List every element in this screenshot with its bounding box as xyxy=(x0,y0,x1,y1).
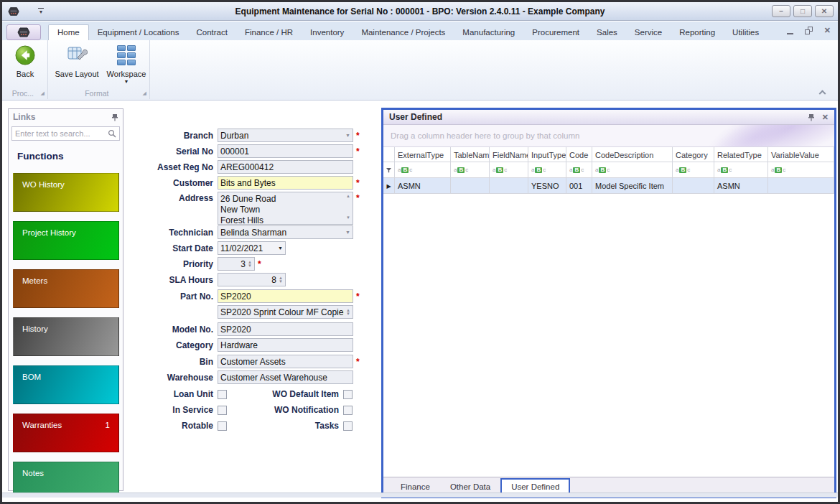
menu-tab-contract[interactable]: Contract xyxy=(187,25,235,40)
loan-unit-checkbox[interactable] xyxy=(218,390,227,399)
bom-button[interactable]: BOM xyxy=(13,365,119,404)
column-header[interactable]: Category xyxy=(673,147,714,162)
dialog-launcher-icon[interactable]: ◢ xyxy=(41,90,45,96)
spinner-arrows-icon[interactable]: ▲▼ xyxy=(276,276,283,284)
category-field[interactable]: Hardware xyxy=(218,338,353,352)
asset-reg-no-field[interactable]: AREG000412 xyxy=(218,160,353,174)
menu-tab-sales[interactable]: Sales xyxy=(588,25,626,40)
technician-select[interactable]: Belinda Sharman▼ xyxy=(218,225,353,239)
column-header[interactable]: VariableValue xyxy=(768,147,834,162)
scroll-up-icon[interactable]: ▲ xyxy=(346,194,350,198)
in-service-checkbox[interactable] xyxy=(218,406,227,415)
chevron-down-icon: ▼ xyxy=(104,79,149,84)
project-history-button[interactable]: Project History xyxy=(13,221,119,260)
application-button[interactable] xyxy=(6,24,41,40)
menu-tab-utilities[interactable]: Utilities xyxy=(724,25,767,40)
save-layout-button[interactable]: Save Layout xyxy=(51,43,103,78)
warehouse-field[interactable]: Customer Asset Warehouse xyxy=(218,370,353,384)
menu-tab-equipment-locations[interactable]: Equipment / Locations xyxy=(89,25,188,40)
collapse-ribbon-icon[interactable] xyxy=(820,89,826,95)
model-no-field[interactable]: SP2020 xyxy=(218,322,353,336)
wo-default-item-checkbox[interactable] xyxy=(343,390,353,399)
ribbon-group-process: Back Proc... ◢ xyxy=(2,40,48,99)
filter-cell[interactable]: aBc xyxy=(673,162,714,178)
pin-icon[interactable] xyxy=(808,113,815,121)
filter-cell[interactable]: aBc xyxy=(395,162,451,178)
cell-field-name[interactable] xyxy=(490,178,528,194)
menu-tab-maintenance-projects[interactable]: Maintenance / Projects xyxy=(353,25,454,40)
scroll-down-icon[interactable]: ▼ xyxy=(346,215,350,220)
minimize-button[interactable]: – xyxy=(772,5,790,17)
filter-cell[interactable]: aBc xyxy=(566,162,592,178)
cell-related-type[interactable]: ASMN xyxy=(714,178,768,194)
menu-tab-procurement[interactable]: Procurement xyxy=(523,25,588,40)
column-header[interactable]: TableName xyxy=(451,147,490,162)
menu-tab-reporting[interactable]: Reporting xyxy=(671,25,724,40)
pin-icon[interactable] xyxy=(111,113,118,121)
column-header[interactable]: CodeDescription xyxy=(592,147,673,162)
address-field[interactable]: 26 Dune Road New Town Forest Hills ▲▼ xyxy=(218,192,353,225)
cell-external-type[interactable]: ASMN xyxy=(395,178,451,194)
part-description-field[interactable]: SP2020 Sprint Colour MF Copier ▲▼ xyxy=(218,305,353,319)
column-header[interactable]: InputType xyxy=(528,147,566,162)
start-date-picker[interactable]: 11/02/2021▼ xyxy=(218,241,286,255)
menu-tab-inventory[interactable]: Inventory xyxy=(302,25,353,40)
dialog-launcher-icon[interactable]: ◢ xyxy=(143,90,146,96)
workspace-button[interactable]: Workspace ▼ xyxy=(104,43,149,84)
bin-field[interactable]: Customer Assets xyxy=(218,355,353,368)
cell-code[interactable]: 001 xyxy=(566,178,592,194)
menu-tab-finance-hr[interactable]: Finance / HR xyxy=(236,25,302,40)
priority-spinner[interactable]: 3 ▲▼ xyxy=(218,257,255,271)
branch-select[interactable]: Durban▼ xyxy=(218,129,353,142)
cell-code-description[interactable]: Model Specific Item xyxy=(592,178,673,194)
cell-table-name[interactable] xyxy=(451,178,490,194)
mdi-restore-icon[interactable] xyxy=(805,27,813,34)
search-icon[interactable] xyxy=(108,129,116,138)
filter-cell[interactable]: aBc xyxy=(714,162,768,178)
filter-cell[interactable]: aBc xyxy=(592,162,673,178)
group-by-band[interactable]: Drag a column header here to group by th… xyxy=(383,125,834,147)
close-icon[interactable]: ✕ xyxy=(822,113,829,122)
mdi-close-icon[interactable]: ✕ xyxy=(824,26,831,35)
menu-tab-home[interactable]: Home xyxy=(48,24,89,40)
filter-cell[interactable]: aBc xyxy=(528,162,566,178)
abc-filter-icon: aBc xyxy=(531,167,546,173)
column-header[interactable]: RelatedType xyxy=(714,147,768,162)
column-header[interactable]: Code xyxy=(566,147,592,162)
abc-filter-icon: aBc xyxy=(569,167,584,173)
spinner-arrows-icon[interactable]: ▲▼ xyxy=(344,309,350,316)
menu-tab-service[interactable]: Service xyxy=(626,25,671,40)
warranties-button[interactable]: Warranties1 xyxy=(13,414,119,452)
column-header[interactable]: ExternalType xyxy=(395,147,451,162)
table-row[interactable]: ▶ ASMN YESNO 001 Model Specific Item ASM… xyxy=(383,178,834,194)
maximize-button[interactable]: □ xyxy=(793,5,812,17)
wo-notification-checkbox[interactable] xyxy=(343,406,353,415)
serial-no-field[interactable]: 000001 xyxy=(218,144,353,158)
close-button[interactable]: ✕ xyxy=(815,5,834,17)
sla-hours-spinner[interactable]: 8 ▲▼ xyxy=(218,273,286,286)
mdi-minimize-icon[interactable] xyxy=(787,33,793,34)
menu-tab-manufacturing[interactable]: Manufacturing xyxy=(454,25,523,40)
back-icon xyxy=(6,43,44,67)
spinner-arrows-icon[interactable]: ▲▼ xyxy=(246,261,252,268)
cell-category[interactable] xyxy=(673,178,714,194)
notes-button[interactable]: Notes xyxy=(13,462,119,495)
cell-variable-value[interactable] xyxy=(768,178,834,194)
back-button[interactable]: Back xyxy=(6,43,44,78)
cell-input-type[interactable]: YESNO xyxy=(528,178,566,194)
customer-field[interactable]: Bits and Bytes xyxy=(218,176,353,190)
filter-cell[interactable]: aBc xyxy=(490,162,528,178)
tasks-checkbox[interactable] xyxy=(343,421,353,431)
part-no-field[interactable]: SP2020 xyxy=(218,289,353,303)
meters-button[interactable]: Meters xyxy=(13,269,119,308)
filter-cell[interactable]: aBc xyxy=(451,162,490,178)
column-header[interactable]: FieldName xyxy=(490,147,528,162)
filter-cell[interactable]: aBc xyxy=(768,162,834,178)
rotable-checkbox[interactable] xyxy=(218,421,227,431)
search-input[interactable] xyxy=(15,129,108,138)
history-button[interactable]: History xyxy=(13,317,119,356)
filter-icon[interactable] xyxy=(386,167,391,174)
address-label: Address xyxy=(124,192,218,203)
customer-label: Customer xyxy=(124,178,218,188)
wo-history-button[interactable]: WO History xyxy=(13,173,119,212)
